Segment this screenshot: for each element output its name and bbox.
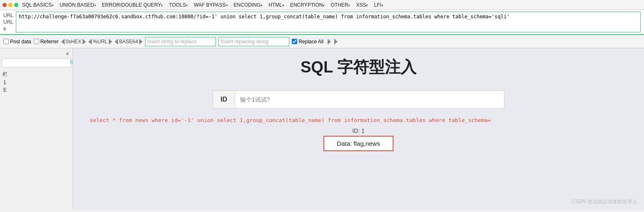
content-inner: SQL 字符型注入 ID select * from news where id… [73, 48, 644, 160]
url-input[interactable]: http://challenge-f7a63a00793e62c6.sandbo… [16, 12, 641, 32]
url-encode-arrow[interactable] [109, 39, 112, 45]
green-dot-icon [14, 3, 18, 7]
csdn-watermark: CSDN @这就是强者的世界么 [571, 198, 637, 205]
id-form: ID [213, 90, 504, 109]
id-input[interactable] [235, 91, 504, 108]
hex-encode-arrow[interactable] [83, 39, 86, 45]
id-label: ID [213, 91, 235, 108]
base64-label: BASE64 [118, 39, 139, 45]
menu-encoding[interactable]: ENCODING▾ [232, 2, 265, 8]
top-menu-bar: SQL BASICS▾ UNION BASED▾ ERROR/DOUBLE QU… [0, 0, 644, 10]
menu-error-double-query[interactable]: ERROR/DOUBLE QUERY▾ [100, 2, 165, 8]
sidebar-item-2[interactable]: E [2, 86, 71, 94]
sql-query-display: select * from news where id='-1' union s… [90, 117, 627, 123]
result-area: ID: 1 Data: flag,news [90, 127, 627, 151]
base64-decode-arrow[interactable] [115, 39, 118, 45]
menu-html[interactable]: HTML▾ [266, 2, 286, 8]
hex-label: 0xHEX [65, 39, 82, 45]
sidebar-close-button[interactable]: × [64, 50, 71, 57]
page-title: SQL 字符型注入 [90, 57, 627, 78]
sidebar-search-box: 🔍 [2, 58, 71, 67]
main-area: × 🔍 栏 1 E SQL 字符型注入 ID select * from new… [0, 48, 644, 210]
url-label-1: URL [3, 12, 13, 18]
sidebar-item-1[interactable]: 1 [2, 79, 71, 86]
menu-encryption[interactable]: ENCRYPTION▾ [288, 2, 327, 8]
result-id: ID: 1 [90, 127, 627, 134]
sidebar-search-input[interactable] [2, 59, 68, 67]
replace-forward-arrow[interactable] [328, 39, 331, 45]
result-data-box: Data: flag,news [323, 136, 393, 151]
url-label: %URL [92, 39, 108, 45]
menu-xss[interactable]: XSS▾ [354, 2, 370, 8]
url-label-2: URL [3, 19, 13, 25]
replace-forward-arrow2[interactable] [334, 39, 338, 45]
post-data-label: Post data [10, 39, 31, 45]
menu-sql-basics[interactable]: SQL BASICS▾ [20, 2, 56, 8]
menu-tools[interactable]: TOOLS▾ [167, 2, 190, 8]
hex-decode-arrow[interactable] [61, 39, 65, 45]
hex-encode-group: 0xHEX [61, 39, 86, 45]
url-bar-area: URL URL e http://challenge-f7a63a00793e6… [0, 10, 644, 35]
referrer-label: Referrer [40, 39, 59, 45]
toolbar-row: Post data Referrer 0xHEX %URL BASE64 Rep… [0, 35, 644, 48]
post-data-checkbox[interactable] [3, 39, 9, 44]
post-data-checkbox-group[interactable]: Post data [3, 39, 31, 45]
base64-encode-arrow[interactable] [139, 39, 143, 45]
menu-other[interactable]: OTHER▾ [328, 2, 352, 8]
referrer-checkbox-group[interactable]: Referrer [34, 39, 59, 45]
menu-waf-bypass[interactable]: WAF BYPASS▾ [192, 2, 230, 8]
url-decode-arrow[interactable] [88, 39, 92, 45]
red-dot-icon [3, 3, 7, 7]
url-labels: URL URL e [3, 12, 13, 32]
base64-encode-group: BASE64 [115, 39, 143, 45]
replace-all-checkbox[interactable] [292, 39, 297, 44]
url-label-3: e [3, 26, 13, 32]
menu-lfi[interactable]: LFI▾ [372, 2, 385, 8]
url-encode-group: %URL [88, 39, 112, 45]
yellow-dot-icon [8, 3, 13, 7]
sidebar-label-1: 栏 [2, 70, 71, 79]
replace-all-group[interactable]: Replace All [292, 39, 323, 45]
sidebar: × 🔍 栏 1 E [0, 48, 73, 210]
replace-string-input[interactable] [145, 37, 216, 46]
menu-union-based[interactable]: UNION BASED▾ [58, 2, 98, 8]
referrer-checkbox[interactable] [34, 39, 39, 44]
replace-all-label: Replace All [298, 39, 323, 45]
content-area: SQL 字符型注入 ID select * from news where id… [73, 48, 644, 210]
replacing-string-input[interactable] [218, 37, 289, 46]
